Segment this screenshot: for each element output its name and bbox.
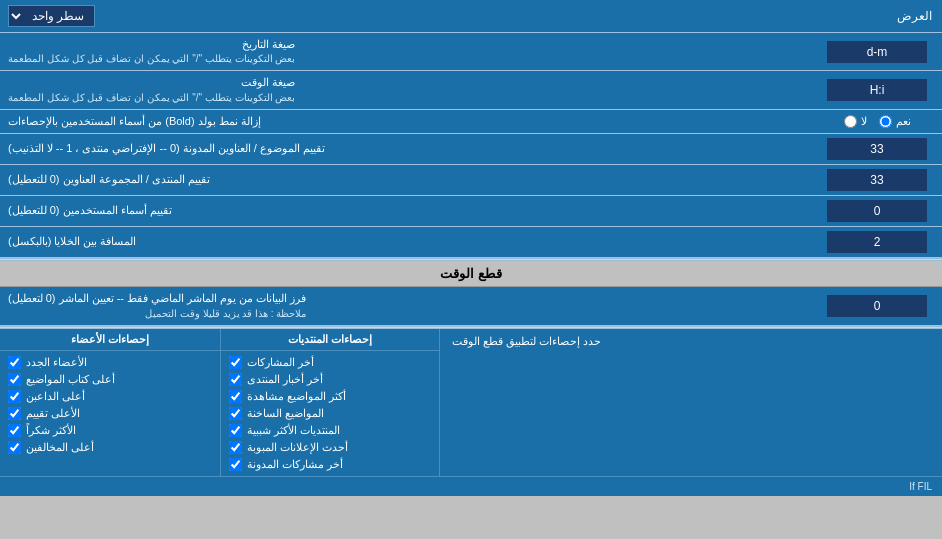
time-format-label: صيغة الوقت bbox=[241, 76, 295, 88]
username-order-label: تقييم أسماء المستخدمين (0 للتعطيل) bbox=[8, 203, 172, 218]
cell-spacing-label-cell: المسافة بين الخلايا (بالبكسل) bbox=[0, 227, 812, 257]
col2: إحصاءات الأعضاء الأعضاء الجدد أعلى كتاب … bbox=[0, 329, 220, 476]
radio-no[interactable] bbox=[844, 115, 857, 128]
date-format-row: صيغة التاريخ بعض التكوينات يتطلب "/" الت… bbox=[0, 33, 942, 71]
date-format-sublabel: بعض التكوينات يتطلب "/" التي يمكن ان تضا… bbox=[8, 52, 295, 66]
time-format-sublabel: بعض التكوينات يتطلب "/" التي يمكن ان تضا… bbox=[8, 91, 295, 105]
col1-checkbox-7[interactable] bbox=[229, 458, 242, 471]
cell-spacing-row: المسافة بين الخلايا (بالبكسل) bbox=[0, 227, 942, 258]
col1-header: إحصاءات المنتديات bbox=[221, 329, 439, 351]
col1-checkbox-3[interactable] bbox=[229, 390, 242, 403]
radio-yes[interactable] bbox=[879, 115, 892, 128]
cell-spacing-input-cell bbox=[812, 227, 942, 257]
col2-item-2: أعلى كتاب المواضيع bbox=[26, 373, 115, 386]
col1-checkbox-1[interactable] bbox=[229, 356, 242, 369]
date-format-label: صيغة التاريخ bbox=[242, 38, 295, 50]
display-row: العرض سطر واحد سطرين ثلاثة أسطر bbox=[0, 0, 942, 33]
forum-order-label-cell: تقييم المنتدى / المجموعة العناوين (0 للت… bbox=[0, 165, 812, 195]
time-format-label-cell: صيغة الوقت بعض التكوينات يتطلب "/" التي … bbox=[0, 71, 812, 108]
col1: إحصاءات المنتديات أخر المشاركات أخر أخبا… bbox=[220, 329, 440, 476]
cutoff-days-input[interactable] bbox=[827, 295, 927, 317]
topic-order-input-cell bbox=[812, 134, 942, 164]
display-label: العرض bbox=[103, 4, 942, 28]
cutoff-days-label-cell: فرز البيانات من يوم الماشر الماضي فقط --… bbox=[0, 287, 812, 324]
list-item: المنتديات الأكثر شببية bbox=[229, 422, 431, 439]
col2-checkbox-3[interactable] bbox=[8, 390, 21, 403]
bold-label-cell: إزالة نمط بولد (Bold) من أسماء المستخدمي… bbox=[0, 110, 812, 133]
time-format-row: صيغة الوقت بعض التكوينات يتطلب "/" التي … bbox=[0, 71, 942, 109]
username-order-label-cell: تقييم أسماء المستخدمين (0 للتعطيل) bbox=[0, 196, 812, 226]
list-item: أعلى المخالفين bbox=[8, 439, 212, 456]
col1-checkbox-4[interactable] bbox=[229, 407, 242, 420]
date-format-input[interactable] bbox=[827, 41, 927, 63]
col2-checkbox-4[interactable] bbox=[8, 407, 21, 420]
cutoff-section-header: قطع الوقت bbox=[0, 261, 942, 287]
topic-order-input[interactable] bbox=[827, 138, 927, 160]
forum-order-input-cell bbox=[812, 165, 942, 195]
col2-checkbox-5[interactable] bbox=[8, 424, 21, 437]
forum-order-input[interactable] bbox=[827, 169, 927, 191]
bold-label: إزالة نمط بولد (Bold) من أسماء المستخدمي… bbox=[8, 114, 261, 129]
col1-checkbox-5[interactable] bbox=[229, 424, 242, 437]
col2-item-6: أعلى المخالفين bbox=[26, 441, 94, 454]
col1-item-6: أحدث الإعلانات المبوبة bbox=[247, 441, 348, 454]
radio-no-label[interactable]: لا bbox=[844, 115, 867, 128]
col1-item-5: المنتديات الأكثر شببية bbox=[247, 424, 340, 437]
list-item: أعلى الداعبن bbox=[8, 388, 212, 405]
col2-checkbox-1[interactable] bbox=[8, 356, 21, 369]
time-format-input-cell bbox=[812, 71, 942, 108]
bottom-note-text: If FIL bbox=[909, 481, 932, 492]
col1-item-7: أخر مشاركات المدونة bbox=[247, 458, 343, 471]
date-format-input-cell bbox=[812, 33, 942, 70]
main-container: العرض سطر واحد سطرين ثلاثة أسطر صيغة الت… bbox=[0, 0, 942, 496]
cutoff-days-sublabel: ملاحظة : هذا قد يزيد قليلا وقت التحميل bbox=[8, 307, 306, 321]
cell-spacing-label: المسافة بين الخلايا (بالبكسل) bbox=[8, 234, 137, 249]
cutoff-days-input-cell bbox=[812, 287, 942, 324]
list-item: أحدث الإعلانات المبوبة bbox=[229, 439, 431, 456]
username-order-row: تقييم أسماء المستخدمين (0 للتعطيل) bbox=[0, 196, 942, 227]
col2-checkbox-2[interactable] bbox=[8, 373, 21, 386]
time-format-input[interactable] bbox=[827, 79, 927, 101]
forum-order-label: تقييم المنتدى / المجموعة العناوين (0 للت… bbox=[8, 172, 210, 187]
list-item: أخر مشاركات المدونة bbox=[229, 456, 431, 473]
display-select[interactable]: سطر واحد سطرين ثلاثة أسطر bbox=[8, 5, 95, 27]
col1-item-3: أكثر المواضيع مشاهدة bbox=[247, 390, 346, 403]
col2-item-1: الأعضاء الجدد bbox=[26, 356, 87, 369]
col1-checkbox-6[interactable] bbox=[229, 441, 242, 454]
radio-yes-text: نعم bbox=[896, 115, 911, 128]
col2-item-4: الأعلى تقييم bbox=[26, 407, 80, 420]
bold-radio-cell: نعم لا bbox=[812, 110, 942, 133]
topic-order-row: تقييم الموضوع / العناوين المدونة (0 -- ا… bbox=[0, 134, 942, 165]
col1-item-1: أخر المشاركات bbox=[247, 356, 314, 369]
col2-item-5: الأكثر شكراً bbox=[26, 424, 76, 437]
topic-order-label-cell: تقييم الموضوع / العناوين المدونة (0 -- ا… bbox=[0, 134, 812, 164]
cutoff-days-label: فرز البيانات من يوم الماشر الماضي فقط --… bbox=[8, 292, 306, 304]
radio-yes-label[interactable]: نعم bbox=[879, 115, 911, 128]
limit-label-cell: حدد إحصاءات لتطبيق قطع الوقت bbox=[440, 329, 942, 476]
col2-item-3: أعلى الداعبن bbox=[26, 390, 85, 403]
display-select-wrap: سطر واحد سطرين ثلاثة أسطر bbox=[0, 0, 103, 32]
limit-label-text: حدد إحصاءات لتطبيق قطع الوقت bbox=[452, 335, 601, 348]
radio-no-text: لا bbox=[861, 115, 867, 128]
list-item: المواضيع الساخنة bbox=[229, 405, 431, 422]
topic-order-label: تقييم الموضوع / العناوين المدونة (0 -- ا… bbox=[8, 141, 325, 156]
col2-checkbox-6[interactable] bbox=[8, 441, 21, 454]
list-item: أكثر المواضيع مشاهدة bbox=[229, 388, 431, 405]
forum-order-row: تقييم المنتدى / المجموعة العناوين (0 للت… bbox=[0, 165, 942, 196]
cutoff-title: قطع الوقت bbox=[440, 266, 502, 281]
date-format-label-cell: صيغة التاريخ بعض التكوينات يتطلب "/" الت… bbox=[0, 33, 812, 70]
bottom-note: If FIL bbox=[0, 476, 942, 496]
username-order-input-cell bbox=[812, 196, 942, 226]
col1-checkbox-2[interactable] bbox=[229, 373, 242, 386]
list-item: الأعضاء الجدد bbox=[8, 354, 212, 371]
list-item: أخر المشاركات bbox=[229, 354, 431, 371]
list-item: الأكثر شكراً bbox=[8, 422, 212, 439]
col2-header: إحصاءات الأعضاء bbox=[0, 329, 220, 351]
checkboxes-container: حدد إحصاءات لتطبيق قطع الوقت إحصاءات الم… bbox=[0, 329, 942, 476]
username-order-input[interactable] bbox=[827, 200, 927, 222]
cell-spacing-input[interactable] bbox=[827, 231, 927, 253]
list-item: الأعلى تقييم bbox=[8, 405, 212, 422]
cutoff-days-row: فرز البيانات من يوم الماشر الماضي فقط --… bbox=[0, 287, 942, 325]
list-item: أخر أخبار المنتدى bbox=[229, 371, 431, 388]
bold-usernames-row: نعم لا إزالة نمط بولد (Bold) من أسماء ال… bbox=[0, 110, 942, 134]
